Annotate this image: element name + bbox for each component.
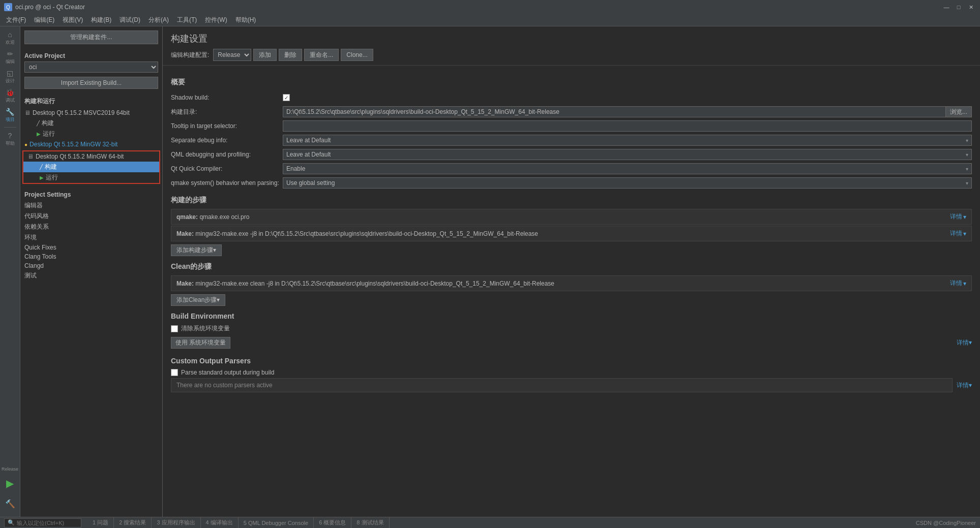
clear-sys-env-checkbox[interactable]: [171, 325, 178, 332]
qmake-behavior-value: Use global setting: [286, 179, 335, 187]
build-arrow-icon-3: ╱: [40, 164, 43, 170]
right-content: 构建设置 编辑构建配置: Release 添加 删除 重命名... Clone.…: [163, 26, 980, 517]
add-clean-step-button[interactable]: 添加Clean步骤▾: [171, 294, 225, 306]
kit-mingw64-run[interactable]: ▶ 运行: [23, 172, 159, 183]
manage-kits-button[interactable]: 管理构建套件...: [24, 30, 158, 44]
make-details-button[interactable]: 详情▾: [950, 229, 966, 238]
kit-msvc-build[interactable]: ╱ 构建: [20, 118, 162, 129]
debug-info-select[interactable]: Leave at Default ▾: [283, 135, 972, 146]
parse-output-label: Parse standard output during build: [181, 369, 274, 376]
kit-msvc[interactable]: 🖥 Desktop Qt 5.15.2 MSVC2019 64bit: [20, 108, 162, 118]
make-step-key: Make:: [176, 230, 194, 237]
kit-msvc-label: Desktop Qt 5.15.2 MSVC2019 64bit: [33, 109, 130, 116]
app-icon: Q: [4, 3, 12, 11]
menu-build[interactable]: 构建(B): [87, 15, 115, 25]
add-button[interactable]: 添加: [253, 49, 277, 61]
minimize-button[interactable]: —: [941, 2, 952, 12]
menu-controls[interactable]: 控件(W): [201, 15, 231, 25]
clone-button[interactable]: Clone...: [341, 49, 373, 61]
delete-button[interactable]: 删除: [279, 49, 302, 61]
qml-debug-row: QML debugging and profiling: Leave at De…: [171, 148, 972, 161]
build-dir-input[interactable]: [283, 106, 946, 117]
menu-help[interactable]: 帮助(H): [231, 15, 260, 25]
qt-compiler-select[interactable]: Enable ▾: [283, 163, 972, 174]
status-tab-compile[interactable]: 4 编译输出: [201, 517, 239, 529]
config-select[interactable]: Release: [213, 49, 251, 61]
status-tabs: 1 问题 2 搜索结果 3 应用程序输出 4 编译输出 5 QML Debugg…: [87, 517, 390, 529]
parse-output-checkbox[interactable]: [171, 369, 178, 376]
status-tab-appoutput[interactable]: 3 应用程序输出: [152, 517, 200, 529]
make-step-value: mingw32-make.exe -j8 in D:\Qt\5.15.2\Src…: [195, 230, 538, 237]
import-build-button[interactable]: Import Existing Build...: [24, 77, 158, 89]
menu-edit[interactable]: 编辑(E): [30, 15, 58, 25]
menu-debug[interactable]: 调试(D): [115, 15, 144, 25]
settings-codestyle[interactable]: 代码风格: [20, 211, 162, 222]
project-selector[interactable]: oci: [24, 61, 158, 73]
sidebar-item-edit[interactable]: ✏ 编辑: [1, 48, 19, 66]
menu-view[interactable]: 视图(V): [58, 15, 87, 25]
settings-editor[interactable]: 编辑器: [20, 200, 162, 211]
custom-parsers-details-button[interactable]: 详情▾: [957, 381, 972, 390]
welcome-label: 欢迎: [6, 39, 15, 46]
sidebar-item-design[interactable]: ◱ 设计: [1, 67, 19, 85]
project-name-badge: Release: [1, 467, 19, 472]
qml-debug-arrow-icon: ▾: [966, 152, 968, 158]
kit-mingw64[interactable]: 🖥 Desktop Qt 5.15.2 MinGW 64-bit: [23, 151, 159, 162]
qmake-behavior-label: qmake system() behavior when parsing:: [171, 179, 283, 187]
debug-info-row: Separate debug info: Leave at Default ▾: [171, 134, 972, 147]
settings-deps[interactable]: 依赖关系: [20, 222, 162, 232]
design-icon: ◱: [6, 69, 15, 78]
sidebar-item-help[interactable]: ? 帮助: [1, 130, 19, 148]
close-button[interactable]: ✕: [966, 2, 976, 12]
project-label: 项目: [6, 116, 15, 123]
status-tab-issues[interactable]: 1 问题: [87, 517, 114, 529]
browse-button[interactable]: 浏览...: [946, 106, 972, 117]
qt-compiler-label: Qt Quick Compiler:: [171, 165, 283, 172]
sys-env-row: 使用 系统环境变量 详情▾: [171, 335, 972, 351]
settings-env[interactable]: 环境: [20, 232, 162, 243]
qmake-details-button[interactable]: 详情▾: [950, 212, 966, 221]
settings-quickfixes[interactable]: Quick Fixes: [20, 243, 162, 252]
menu-analyze[interactable]: 分析(A): [144, 15, 173, 25]
status-tab-testresults[interactable]: 8 测试结果: [351, 517, 389, 529]
build-env-header: Build Environment: [171, 312, 972, 320]
qmake-behavior-select[interactable]: Use global setting ▾: [283, 177, 972, 189]
status-tab-qmldebugger[interactable]: 5 QML Debugger Console: [239, 517, 314, 529]
sidebar-item-debug[interactable]: 🐞 调试: [1, 86, 19, 105]
kit-mingw32-label: Desktop Qt 5.15.2 MinGW 32-bit: [29, 141, 117, 148]
kit-mingw64-build[interactable]: ╱ 构建: [23, 162, 159, 172]
shadow-build-checkbox[interactable]: [283, 94, 290, 101]
project-select[interactable]: oci: [24, 61, 158, 73]
search-box[interactable]: 🔍: [4, 518, 81, 527]
window-controls: — □ ✕: [941, 2, 976, 12]
content-header: 构建设置 编辑构建配置: Release 添加 删除 重命名... Clone.…: [163, 26, 980, 66]
kit-mingw64-label: Desktop Qt 5.15.2 MinGW 64-bit: [36, 153, 124, 160]
status-tab-general[interactable]: 6 概要信息: [314, 517, 351, 529]
kit-mingw32[interactable]: ● Desktop Qt 5.15.2 MinGW 32-bit: [20, 139, 162, 149]
tooltip-input[interactable]: [283, 120, 972, 132]
clean-details-button[interactable]: 详情▾: [950, 279, 966, 288]
maximize-button[interactable]: □: [954, 2, 964, 12]
run-play-button[interactable]: ▶: [1, 474, 19, 492]
env-details-button[interactable]: 详情▾: [957, 338, 972, 347]
sidebar-item-project[interactable]: 🔧 项目: [1, 106, 19, 124]
clean-make-step-key: Make:: [176, 280, 194, 287]
menu-tools[interactable]: 工具(T): [173, 15, 201, 25]
settings-clangd[interactable]: Clangd: [20, 261, 162, 270]
kit-msvc-run[interactable]: ▶ 运行: [20, 129, 162, 139]
qml-debug-select[interactable]: Leave at Default ▾: [283, 149, 972, 160]
icon-separator: [4, 127, 16, 128]
menu-file[interactable]: 文件(F): [2, 15, 30, 25]
sidebar-item-welcome[interactable]: ⌂ 欢迎: [1, 28, 19, 47]
qmake-step-key: qmake:: [176, 213, 198, 221]
search-input[interactable]: [17, 520, 78, 526]
add-build-step-button[interactable]: 添加构建步骤▾: [171, 244, 222, 256]
settings-test[interactable]: 测试: [20, 270, 162, 281]
tooltip-row: Tooltip in target selector:: [171, 119, 972, 133]
rename-button[interactable]: 重命名...: [304, 49, 339, 61]
clean-make-step-text: Make: mingw32-make.exe clean -j8 in D:\Q…: [176, 280, 950, 287]
build-button[interactable]: 🔨: [1, 494, 19, 513]
use-sys-env-button[interactable]: 使用 系统环境变量: [171, 337, 230, 349]
settings-clangtools[interactable]: Clang Tools: [20, 252, 162, 261]
status-tab-search[interactable]: 2 搜索结果: [114, 517, 152, 529]
